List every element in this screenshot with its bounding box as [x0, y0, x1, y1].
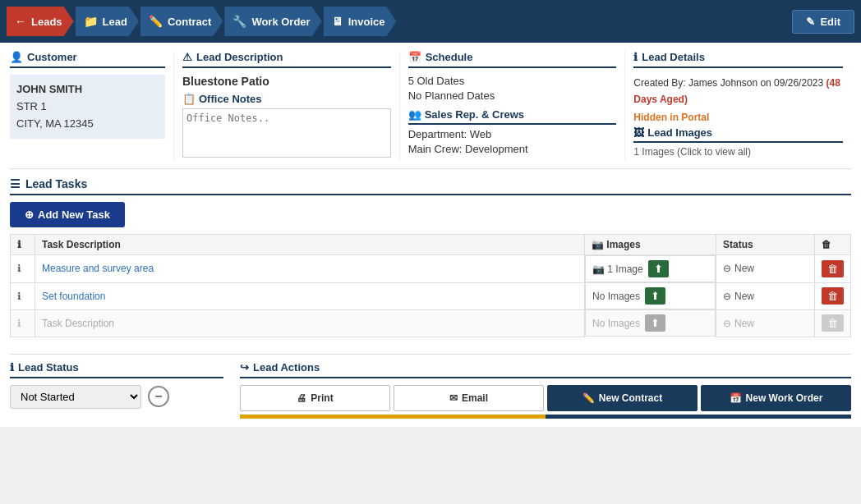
row-status-cell: ⊖ New — [716, 309, 815, 337]
status-badge: ⊖ New — [723, 318, 754, 329]
customer-section: 👤 Customer JOHN SMITH STR 1 CITY, MA 123… — [10, 51, 174, 160]
status-value: New — [734, 263, 754, 274]
nav-leads-button[interactable]: ← Leads — [7, 7, 74, 36]
tasks-section: ☰ Lead Tasks ⊕ Add New Task ℹ Task Descr… — [10, 177, 851, 337]
bottom-section: ℹ Lead Status Not Started In Progress Co… — [10, 354, 851, 419]
status-select[interactable]: Not Started In Progress Completed Cancel… — [10, 385, 141, 409]
delete-button[interactable]: 🗑 — [822, 260, 844, 277]
col-delete-header: 🗑 — [815, 235, 851, 255]
sales-rep-header: 👥 Sales Rep. & Crews — [408, 108, 617, 125]
status-value: New — [734, 291, 754, 302]
actions-icon: ↪ — [240, 361, 249, 373]
info-icon: ℹ — [633, 51, 638, 63]
table-row: ℹ Measure and survey area 📷 1 Image ⬆ ⊖ … — [11, 255, 851, 283]
main-content: 👤 Customer JOHN SMITH STR 1 CITY, MA 123… — [0, 43, 861, 427]
nav-contract-button[interactable]: ✏️ Contract — [140, 7, 223, 36]
nav-invoice-button[interactable]: 🖥 Invoice — [324, 7, 397, 36]
col-images-header: 📷 Images — [585, 235, 716, 255]
row-status-cell: ⊖ New — [716, 282, 815, 309]
task-link[interactable]: Set foundation — [42, 291, 105, 302]
folder-icon: 📁 — [84, 15, 98, 28]
lead-description-header: ⚠ Lead Description — [182, 51, 391, 68]
row-task-cell[interactable]: Set foundation — [35, 282, 585, 309]
col-info-header: ℹ — [11, 235, 35, 255]
row-delete-cell[interactable]: 🗑 — [815, 282, 851, 309]
edit-icon: ✎ — [806, 16, 815, 28]
row-delete-cell[interactable]: 🗑 — [815, 309, 851, 337]
row-info-icon: ℹ — [17, 291, 21, 302]
main-crew: Main Crew: Development — [408, 143, 617, 155]
row-task-cell[interactable]: Task Description — [35, 309, 585, 337]
info-col-icon: ℹ — [17, 239, 21, 250]
customer-name: JOHN SMITH — [16, 81, 159, 99]
tasks-list-icon: ☰ — [10, 177, 21, 190]
invoice-icon: 🖥 — [332, 15, 343, 28]
row-info-cell: ℹ — [11, 255, 35, 283]
top-section: 👤 Customer JOHN SMITH STR 1 CITY, MA 123… — [10, 51, 851, 169]
calendar-action-icon: 📅 — [730, 392, 742, 404]
lead-status-header: ℹ Lead Status — [10, 361, 223, 378]
row-images-cell: No Images ⬆ — [585, 282, 716, 309]
schedule-header: 📅 Schedule — [408, 51, 617, 68]
customer-address1: STR 1 — [16, 99, 159, 116]
created-by-text: Created By: James Johnson on 09/26/2023 … — [633, 75, 843, 108]
tasks-header: ☰ Lead Tasks — [10, 177, 851, 195]
new-workorder-button[interactable]: 📅 New Work Order — [701, 385, 851, 411]
delete-button: 🗑 — [822, 314, 844, 332]
lead-details-header: ℹ Lead Details — [633, 51, 843, 68]
customer-header: 👤 Customer — [10, 51, 165, 68]
images-value: No Images — [592, 291, 640, 302]
task-table: ℹ Task Description 📷 Images Status 🗑 ℹ — [10, 234, 851, 337]
upload-button[interactable]: ⬆ — [648, 260, 669, 277]
row-images-cell: 📷 1 Image ⬆ — [585, 255, 716, 282]
images-value: 📷 1 Image — [592, 263, 643, 275]
plus-icon: ⊕ — [25, 208, 34, 221]
status-info-icon: ℹ — [10, 361, 14, 373]
bottom-bar — [240, 415, 851, 419]
nav-lead-button[interactable]: 📁 Lead — [76, 7, 139, 36]
edit-button[interactable]: ✎ Edit — [792, 10, 854, 34]
schedule-section: 📅 Schedule 5 Old Dates No Planned Dates … — [400, 51, 626, 160]
department: Department: Web — [408, 128, 617, 140]
status-badge: ⊖ New — [723, 263, 754, 274]
calendar-icon: 📅 — [408, 51, 421, 63]
arrow-left-icon: ← — [15, 15, 26, 28]
customer-icon: 👤 — [10, 51, 23, 63]
customer-city: CITY, MA 12345 — [16, 116, 159, 133]
task-link[interactable]: Measure and survey area — [42, 263, 154, 274]
wrench-icon: 🔧 — [233, 15, 246, 28]
status-circle-icon: ⊖ — [723, 263, 731, 274]
task-link: Task Description — [42, 318, 114, 329]
table-row: ℹ Task Description No Images ⬆ ⊖ New 🗑 — [11, 309, 851, 337]
lead-desc-icon: ⚠ — [182, 51, 192, 63]
lead-description-section: ⚠ Lead Description Bluestone Patio 📋 Off… — [174, 51, 400, 160]
row-task-cell[interactable]: Measure and survey area — [35, 255, 585, 283]
row-delete-cell[interactable]: 🗑 — [815, 255, 851, 283]
trash-col-icon: 🗑 — [822, 239, 831, 250]
action-buttons: 🖨 Print ✉ Email ✏️ New Contract 📅 New Wo… — [240, 385, 851, 411]
row-info-cell: ℹ — [11, 309, 35, 337]
row-info-icon: ℹ — [17, 318, 21, 329]
new-contract-button[interactable]: ✏️ New Contract — [547, 385, 698, 411]
status-badge: ⊖ New — [723, 291, 754, 302]
minus-circle-button[interactable]: − — [148, 386, 169, 407]
contract-icon: ✏️ — [149, 15, 163, 28]
upload-button[interactable]: ⬆ — [645, 287, 665, 305]
contract-action-icon: ✏️ — [582, 392, 595, 404]
status-circle-icon: ⊖ — [723, 291, 731, 302]
images-count[interactable]: 1 Images (Click to view all) — [633, 146, 843, 158]
delete-button[interactable]: 🗑 — [822, 287, 844, 305]
lead-actions-section: ↪ Lead Actions 🖨 Print ✉ Email ✏️ New Co… — [240, 361, 851, 419]
lead-images-header: 🖼 Lead Images — [633, 126, 843, 143]
add-task-button[interactable]: ⊕ Add New Task — [10, 202, 125, 227]
print-button[interactable]: 🖨 Print — [240, 385, 390, 411]
nav-workorder-button[interactable]: 🔧 Work Order — [224, 7, 321, 36]
email-button[interactable]: ✉ Email — [394, 385, 544, 411]
lead-status-section: ℹ Lead Status Not Started In Progress Co… — [10, 361, 223, 419]
lead-details-section: ℹ Lead Details Created By: James Johnson… — [625, 51, 851, 160]
email-icon: ✉ — [449, 392, 458, 404]
office-notes-textarea[interactable] — [182, 108, 391, 158]
row-info-icon: ℹ — [17, 263, 21, 274]
row-images-cell: No Images ⬆ — [585, 309, 716, 337]
table-row: ℹ Set foundation No Images ⬆ ⊖ New 🗑 — [11, 282, 851, 309]
